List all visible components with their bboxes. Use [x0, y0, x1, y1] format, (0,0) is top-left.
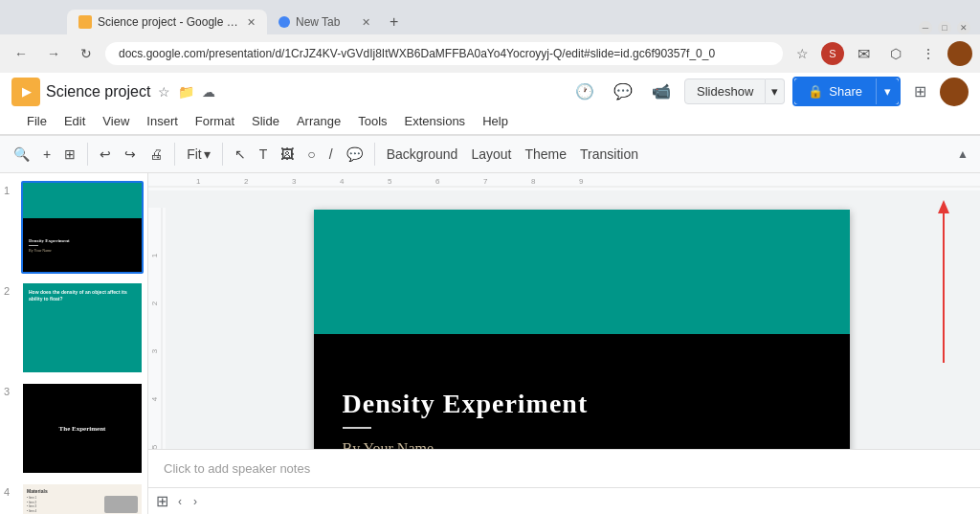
svg-text:6: 6 — [435, 177, 440, 186]
screenshot-button[interactable]: ⬡ — [882, 40, 909, 67]
slide-item-4[interactable]: 4 Materials • Item 1• Item 2• Item 3• It… — [4, 482, 144, 514]
ruler-left: 1 2 3 4 5 — [148, 208, 166, 449]
thumb4-image — [104, 496, 138, 513]
thumb1-bottom: Density Experiment By Your Name — [23, 218, 142, 272]
user-avatar[interactable] — [940, 78, 969, 106]
browser-frame: Science project - Google Slides ✕ New Ta… — [0, 0, 980, 514]
slide-thumb-3[interactable]: The Experiment — [21, 382, 144, 475]
svg-marker-18 — [938, 200, 949, 213]
tab-bar: Science project - Google Slides ✕ New Ta… — [0, 0, 980, 34]
shape-tool[interactable]: ○ — [301, 143, 321, 166]
menu-button[interactable]: ⋮ — [915, 40, 942, 67]
svg-rect-11 — [148, 208, 166, 449]
comments-button[interactable]: 💬 — [608, 78, 638, 104]
extension-icon-2[interactable]: ✉ — [850, 40, 877, 67]
tab-slides-close[interactable]: ✕ — [247, 16, 256, 29]
tab-slides[interactable]: Science project - Google Slides ✕ — [67, 10, 267, 34]
main-slide-subtitle: By Your Name — [343, 440, 821, 450]
notes-area: Click to add speaker notes — [148, 449, 980, 487]
new-tab-button[interactable]: + — [382, 10, 406, 34]
extension-icon-1[interactable]: S — [821, 42, 844, 65]
share-button[interactable]: 🔒 Share — [794, 78, 876, 104]
slide-thumb-4[interactable]: Materials • Item 1• Item 2• Item 3• Item… — [21, 482, 144, 514]
image-tool[interactable]: 🖼 — [275, 143, 300, 166]
ruler-top: 1 2 3 4 5 6 7 8 9 — [148, 173, 980, 190]
svg-text:1: 1 — [150, 253, 159, 257]
menu-view[interactable]: View — [95, 110, 137, 132]
slideshow-button[interactable]: Slideshow — [684, 78, 766, 104]
red-arrow-svg — [934, 200, 953, 363]
present-mode-button[interactable]: ⊞ — [908, 78, 932, 104]
redo-button[interactable]: ↪ — [119, 143, 142, 166]
tab-newtab-close[interactable]: ✕ — [362, 16, 370, 29]
notes-placeholder[interactable]: Click to add speaker notes — [164, 461, 310, 476]
minimize-button[interactable]: ─ — [919, 21, 932, 34]
tab-newtab[interactable]: New Tab ✕ — [267, 10, 382, 34]
star-button[interactable]: ☆ — [156, 82, 172, 101]
thumb2-content: How does the density of an object affect… — [23, 283, 142, 308]
menu-slide[interactable]: Slide — [244, 110, 287, 132]
zoom-out-button[interactable]: + — [37, 143, 56, 166]
select-tool[interactable]: ↖ — [229, 143, 252, 166]
layout-button[interactable]: Layout — [465, 143, 517, 166]
slide-number-4: 4 — [4, 482, 15, 498]
background-button[interactable]: Background — [381, 143, 464, 166]
zoom-dropdown-icon: ▾ — [204, 146, 211, 162]
bottom-bar: ⊞ ‹ › — [148, 487, 980, 514]
reload-button[interactable]: ↻ — [73, 40, 100, 67]
slide-item-3[interactable]: 3 The Experiment — [4, 382, 144, 475]
menu-arrange[interactable]: Arrange — [289, 110, 348, 132]
main-slide[interactable]: Density Experiment By Your Name — [314, 210, 850, 449]
menu-edit[interactable]: Edit — [56, 110, 93, 132]
slide-thumb-1[interactable]: Density Experiment By Your Name — [21, 181, 144, 274]
slideshow-button-group: Slideshow ▾ — [684, 78, 785, 104]
profile-avatar[interactable] — [947, 41, 972, 66]
menu-format[interactable]: Format — [188, 110, 242, 132]
zoom-fit-button[interactable]: Fit ▾ — [181, 143, 216, 166]
forward-button[interactable]: → — [40, 40, 67, 67]
slides-topbar: ▶ Science project ☆ 📁 ☁ 🕐 💬 📹 S — [0, 73, 980, 135]
address-input[interactable] — [105, 42, 783, 65]
slide-thumb-2[interactable]: How does the density of an object affect… — [21, 281, 144, 374]
svg-text:5: 5 — [388, 177, 392, 186]
share-dropdown[interactable]: ▾ — [876, 78, 899, 104]
menu-file[interactable]: File — [19, 110, 55, 132]
toolbar-right: ▲ — [953, 144, 972, 165]
back-button[interactable]: ← — [8, 40, 34, 67]
slide-number-1: 1 — [4, 181, 15, 196]
tab-newtab-label: New Tab — [296, 15, 340, 29]
grid-view-button[interactable]: ⊞ — [58, 143, 81, 166]
maximize-button[interactable]: □ — [938, 21, 951, 34]
grid-slides-button[interactable]: ⊞ — [156, 492, 168, 510]
thumb1-top — [23, 183, 142, 218]
meet-button[interactable]: 📹 — [646, 78, 677, 104]
close-window-button[interactable]: ✕ — [957, 21, 970, 34]
line-tool[interactable]: / — [323, 143, 339, 166]
scroll-right-button[interactable]: › — [191, 493, 199, 510]
slide-item-1[interactable]: 1 Density Experiment By Your Name — [4, 181, 144, 274]
menu-tools[interactable]: Tools — [350, 110, 394, 132]
menu-extensions[interactable]: Extensions — [397, 110, 474, 132]
canvas-scroll[interactable]: Density Experiment By Your Name — [166, 190, 980, 449]
scroll-left-button[interactable]: ‹ — [176, 493, 184, 510]
cloud-status[interactable]: ☁ — [200, 82, 217, 101]
ruler-left-svg: 1 2 3 4 5 — [148, 208, 166, 449]
slideshow-dropdown[interactable]: ▾ — [766, 78, 785, 104]
canvas-area: 1 2 3 4 5 6 7 8 9 — [148, 173, 980, 514]
print-button[interactable]: 🖨 — [144, 143, 168, 166]
move-button[interactable]: 📁 — [176, 82, 196, 101]
transition-button[interactable]: Transition — [574, 143, 644, 166]
thumb1-subtitle: By Your Name — [29, 248, 136, 253]
theme-button[interactable]: Theme — [519, 143, 572, 166]
menu-help[interactable]: Help — [475, 110, 516, 132]
history-button[interactable]: 🕐 — [569, 78, 600, 104]
toolbar-collapse-button[interactable]: ▲ — [953, 144, 972, 165]
text-tool[interactable]: T — [254, 143, 274, 166]
zoom-in-button[interactable]: 🔍 — [8, 143, 35, 166]
undo-button[interactable]: ↩ — [94, 143, 117, 166]
comment-tool[interactable]: 💬 — [341, 143, 368, 166]
bookmark-button[interactable]: ☆ — [789, 40, 815, 67]
menu-insert[interactable]: Insert — [139, 110, 186, 132]
slide-item-2[interactable]: 2 How does the density of an object affe… — [4, 281, 144, 374]
thumb1-divider — [29, 245, 38, 246]
